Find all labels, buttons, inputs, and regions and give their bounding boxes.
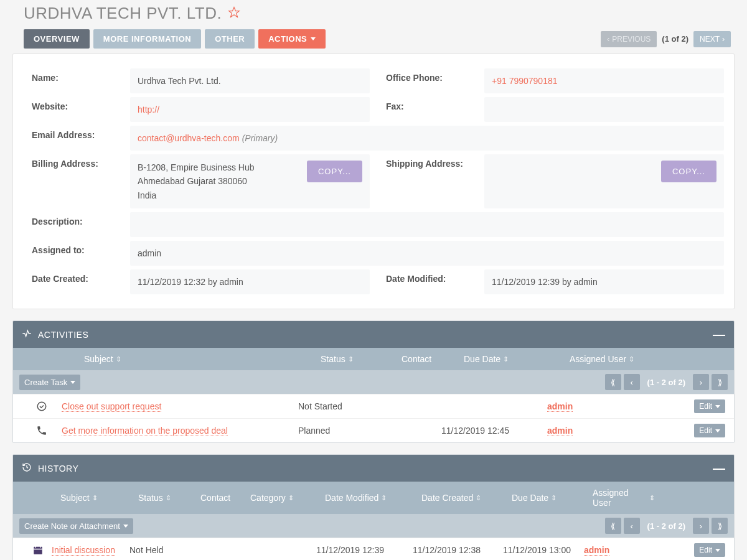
svg-marker-0 bbox=[229, 7, 240, 17]
activities-panel-header[interactable]: ACTIVITIES — bbox=[13, 321, 734, 348]
table-row: Get more information on the proposed dea… bbox=[13, 418, 734, 442]
label-date-created: Date Created: bbox=[19, 268, 130, 296]
history-panel-header[interactable]: HISTORY — bbox=[13, 455, 734, 482]
sort-icon: ⇕ bbox=[476, 494, 481, 502]
collapse-icon[interactable]: — bbox=[713, 327, 725, 342]
pager-count: (1 of 2) bbox=[662, 34, 688, 44]
label-assigned-to: Assigned to: bbox=[19, 239, 130, 268]
label-shipping-address: Shipping Address: bbox=[374, 152, 484, 210]
sort-icon: ⇕ bbox=[381, 494, 387, 502]
label-description: Description: bbox=[19, 210, 130, 239]
value-date-modified: 11/12/2019 12:39 by admin bbox=[484, 269, 724, 294]
value-date-created: 11/12/2019 12:32 by admin bbox=[130, 269, 370, 294]
record-pager: ‹ PREVIOUS (1 of 2) NEXT › bbox=[601, 31, 731, 47]
tab-overview[interactable]: OVERVIEW bbox=[24, 29, 90, 49]
history-pager: ⟪ ‹ (1 - 2 of 2) › ⟫ bbox=[605, 518, 728, 534]
activity-subject-link[interactable]: Get more information on the proposed dea… bbox=[62, 426, 228, 436]
col-date-modified[interactable]: Date Modified⇕ bbox=[325, 488, 421, 508]
label-website: Website: bbox=[19, 95, 130, 124]
value-shipping-address: COPY... bbox=[484, 154, 724, 208]
col-contact[interactable]: Contact bbox=[402, 354, 464, 364]
meeting-icon bbox=[31, 544, 45, 556]
last-page-button[interactable]: ⟫ bbox=[712, 374, 728, 390]
tab-actions[interactable]: ACTIONS bbox=[258, 29, 326, 49]
create-task-button[interactable]: Create Task bbox=[19, 375, 80, 390]
svg-rect-5 bbox=[34, 549, 42, 550]
next-page-button[interactable]: › bbox=[693, 374, 709, 390]
activities-pager: ⟪ ‹ (1 - 2 of 2) › ⟫ bbox=[605, 374, 728, 390]
history-icon bbox=[22, 462, 32, 474]
sort-icon: ⇕ bbox=[166, 494, 171, 502]
favorite-star-icon[interactable] bbox=[228, 6, 240, 21]
caret-down-icon bbox=[715, 549, 720, 552]
call-icon bbox=[34, 425, 49, 436]
sort-icon: ⇕ bbox=[92, 494, 98, 502]
table-row: Close out support request Not Started ad… bbox=[13, 394, 734, 418]
sort-icon: ⇕ bbox=[288, 494, 294, 502]
col-status[interactable]: Status⇕ bbox=[321, 354, 402, 364]
sort-icon: ⇕ bbox=[649, 494, 655, 502]
last-page-button[interactable]: ⟫ bbox=[712, 518, 728, 534]
label-fax: Fax: bbox=[374, 95, 484, 124]
activities-panel: ACTIVITIES — Subject⇕ Status⇕ Contact Du… bbox=[12, 320, 735, 443]
col-assigned-user[interactable]: Assigned User⇕ bbox=[593, 488, 655, 508]
col-due-date[interactable]: Due Date⇕ bbox=[512, 488, 593, 508]
chevron-left-icon: ‹ bbox=[607, 35, 609, 44]
assigned-user-link[interactable]: admin bbox=[547, 401, 573, 412]
collapse-icon[interactable]: — bbox=[713, 461, 725, 475]
prev-page-button[interactable]: ‹ bbox=[624, 374, 640, 390]
value-assigned-to: admin bbox=[130, 241, 724, 266]
edit-row-button[interactable]: Edit bbox=[694, 424, 725, 437]
svg-rect-2 bbox=[34, 547, 42, 554]
page-title-row: URDHVA TECH PVT. LTD. bbox=[12, 0, 735, 29]
svg-rect-3 bbox=[35, 546, 37, 548]
chevron-right-icon: › bbox=[722, 35, 725, 44]
caret-down-icon bbox=[70, 381, 75, 384]
value-office-phone[interactable]: +91 7990790181 bbox=[484, 68, 724, 93]
email-link[interactable]: contact@urdhva-tech.com bbox=[138, 133, 240, 143]
previous-button[interactable]: ‹ PREVIOUS bbox=[601, 31, 657, 47]
next-button[interactable]: NEXT › bbox=[693, 31, 731, 47]
detail-card: Name: Urdhva Tech Pvt. Ltd. Office Phone… bbox=[12, 54, 735, 309]
history-subject-link[interactable]: Initial discussion bbox=[52, 545, 115, 556]
edit-row-button[interactable]: Edit bbox=[694, 399, 725, 413]
copy-billing-button[interactable]: COPY... bbox=[307, 161, 362, 182]
value-website[interactable]: http:// bbox=[130, 97, 370, 122]
sort-icon: ⇕ bbox=[503, 355, 509, 363]
task-icon bbox=[34, 401, 49, 412]
next-page-button[interactable]: › bbox=[693, 518, 709, 534]
col-date-created[interactable]: Date Created⇕ bbox=[421, 488, 512, 508]
first-page-button[interactable]: ⟪ bbox=[605, 374, 621, 390]
copy-shipping-button[interactable]: COPY... bbox=[661, 161, 716, 182]
col-assigned-user[interactable]: Assigned User⇕ bbox=[570, 354, 669, 364]
assigned-user-link[interactable]: admin bbox=[547, 426, 573, 436]
col-due-date[interactable]: Due Date⇕ bbox=[464, 354, 570, 364]
activity-subject-link[interactable]: Close out support request bbox=[62, 401, 161, 412]
svg-point-1 bbox=[37, 402, 46, 411]
col-subject[interactable]: Subject⇕ bbox=[84, 354, 321, 364]
assigned-user-link[interactable]: admin bbox=[584, 545, 609, 556]
email-primary-suffix: (Primary) bbox=[242, 133, 278, 143]
caret-down-icon bbox=[123, 525, 128, 528]
col-status[interactable]: Status⇕ bbox=[138, 488, 200, 508]
value-name: Urdhva Tech Pvt. Ltd. bbox=[130, 68, 370, 93]
tab-more-information[interactable]: MORE INFORMATION bbox=[93, 29, 201, 49]
col-subject[interactable]: Subject⇕ bbox=[60, 488, 138, 508]
history-panel: HISTORY — Subject⇕ Status⇕ Contact Categ… bbox=[12, 454, 735, 560]
table-row: Initial discussion Not Held 11/12/2019 1… bbox=[13, 538, 734, 560]
first-page-button[interactable]: ⟪ bbox=[605, 518, 621, 534]
sort-icon: ⇕ bbox=[629, 355, 634, 363]
sort-icon: ⇕ bbox=[116, 355, 121, 363]
prev-page-button[interactable]: ‹ bbox=[624, 518, 640, 534]
label-name: Name: bbox=[19, 67, 130, 95]
label-office-phone: Office Phone: bbox=[374, 67, 484, 95]
edit-row-button[interactable]: Edit bbox=[694, 543, 725, 557]
caret-down-icon bbox=[715, 429, 720, 432]
col-contact[interactable]: Contact bbox=[200, 488, 250, 508]
tab-other[interactable]: OTHER bbox=[205, 29, 255, 49]
create-note-button[interactable]: Create Note or Attachment bbox=[19, 518, 133, 534]
caret-down-icon bbox=[715, 405, 720, 408]
label-date-modified: Date Modified: bbox=[374, 268, 484, 296]
value-billing-address: B-1208, Empire Business Hub Ahmedabad Gu… bbox=[130, 154, 370, 208]
col-category[interactable]: Category⇕ bbox=[250, 488, 325, 508]
